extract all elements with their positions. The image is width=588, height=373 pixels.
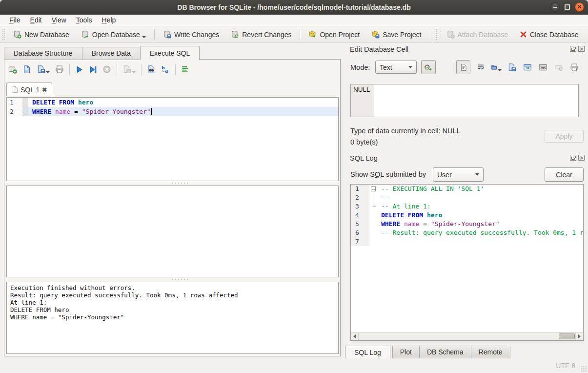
cell-toolbar	[456, 60, 584, 74]
write-changes-button[interactable]: Write Changes	[160, 29, 223, 40]
menu-help[interactable]: Help	[98, 15, 121, 26]
new-database-label: New Database	[24, 31, 69, 39]
sql1-tab[interactable]: SQL 1 ✖	[6, 83, 52, 96]
execution-message: Execution finished without errors. Resul…	[7, 282, 338, 323]
splitter-results-log[interactable]	[6, 277, 339, 281]
tab-sql-log[interactable]: SQL Log	[345, 346, 390, 360]
text-cursor	[151, 108, 152, 115]
format-sql-button[interactable]	[181, 65, 190, 74]
execution-message-pane[interactable]: Execution finished without errors. Resul…	[6, 282, 339, 354]
line-number: 2	[351, 193, 369, 202]
sql-log-filter-select[interactable]: User	[433, 167, 484, 182]
right-dock: Edit Database Cell Mode: Text ⚙	[345, 43, 588, 358]
toolbar-grip[interactable]	[2, 29, 5, 41]
close-dock-icon[interactable]	[578, 46, 585, 52]
set-null-icon	[554, 63, 563, 72]
save-sql-file-button[interactable]	[37, 65, 50, 74]
scroll-thumb[interactable]	[559, 333, 575, 339]
fold-marker-icon	[369, 202, 377, 211]
scroll-right-icon[interactable]	[575, 333, 583, 340]
resize-grip[interactable]	[581, 366, 587, 372]
open-sql-file-button[interactable]	[22, 65, 31, 74]
line-number: 5	[351, 220, 369, 228]
minimize-button[interactable]	[550, 2, 560, 12]
main-toolbar: New Database Open Database Write Changes…	[0, 26, 588, 43]
mode-select[interactable]: Text	[375, 61, 417, 74]
open-database-dropdown-icon[interactable]	[142, 36, 146, 38]
svg-text:a: a	[165, 68, 168, 74]
print-sql-button[interactable]	[55, 65, 64, 74]
sql-tab-bar: SQL 1 ✖	[6, 83, 52, 96]
cell-value-editor[interactable]: NULL	[350, 84, 579, 117]
sql-log-float-icon[interactable]	[570, 155, 576, 161]
tab-db-schema[interactable]: DB Schema	[420, 346, 471, 358]
encoding-indicator: UTF-8	[556, 362, 575, 370]
find-button[interactable]	[147, 65, 156, 74]
auto-apply-button[interactable]: ⚙	[421, 60, 436, 74]
fold-margin	[369, 220, 377, 228]
execute-icon	[75, 65, 83, 74]
tab-remote[interactable]: Remote	[471, 346, 510, 358]
scroll-left-icon[interactable]	[351, 333, 359, 340]
execute-all-button[interactable]	[75, 65, 83, 74]
mode-label: Mode:	[350, 63, 370, 71]
app-window: DB Browser for SQLite - /home/user/code/…	[0, 0, 588, 373]
new-sql-tab-button[interactable]	[8, 65, 17, 74]
replace-icon: ba	[161, 65, 170, 74]
menu-view[interactable]: View	[47, 15, 71, 26]
sql-editor[interactable]: 1DELETE FROM hero2WHERE name = "Spider-Y…	[6, 97, 339, 181]
clear-log-button[interactable]: Clear	[545, 167, 584, 182]
menu-file[interactable]: File	[5, 15, 25, 26]
text-mode-button[interactable]	[456, 60, 470, 74]
toolbar-grip-2[interactable]	[435, 29, 438, 41]
save-project-icon	[371, 30, 380, 39]
tab-plot[interactable]: Plot	[392, 346, 420, 358]
copy-link-button[interactable]	[538, 62, 548, 73]
save-results-button	[122, 65, 136, 74]
print-cell-button[interactable]	[569, 62, 580, 73]
import-cell-data-button[interactable]	[491, 62, 502, 73]
open-project-label: Open Project	[320, 31, 360, 39]
tab-execute-sql[interactable]: Execute SQL	[140, 46, 200, 60]
menu-tools[interactable]: Tools	[72, 15, 97, 26]
line-number: 7	[351, 237, 369, 246]
maximize-button[interactable]	[563, 2, 572, 12]
close-database-button[interactable]: Close Database	[516, 29, 582, 40]
save-sql-file-icon	[37, 65, 45, 74]
tab-browse-data[interactable]: Browse Data	[82, 47, 141, 60]
splitter-editor-results[interactable]	[6, 181, 339, 185]
replace-button[interactable]: ba	[161, 65, 170, 74]
sql-log-filter-label: Show SQL submitted by	[350, 170, 426, 178]
tab-database-structure[interactable]: Database Structure	[4, 47, 82, 60]
import-dropdown-icon[interactable]	[498, 69, 502, 71]
open-database-button[interactable]: Open Database	[78, 29, 149, 40]
sql-log-pane[interactable]: 1-- EXECUTING ALL IN 'SQL 1'2--3-- At li…	[350, 184, 584, 341]
cell-value: NULL	[353, 86, 370, 93]
revert-changes-button[interactable]: Revert Changes	[227, 29, 295, 40]
save-project-button[interactable]: Save Project	[368, 29, 425, 40]
editor-margin	[22, 107, 28, 116]
code-line: 7	[351, 237, 583, 246]
apply-button: Apply	[545, 130, 584, 143]
float-dock-icon[interactable]	[570, 46, 576, 52]
sql-log-hscrollbar[interactable]	[351, 332, 583, 340]
line-number: 1	[351, 185, 369, 193]
menu-edit[interactable]: Edit	[26, 15, 46, 26]
open-external-icon	[523, 63, 532, 72]
results-pane[interactable]	[6, 186, 339, 277]
sql1-tab-close-icon[interactable]: ✖	[42, 86, 47, 93]
sql-log-close-icon[interactable]	[578, 155, 585, 161]
set-null-button	[553, 62, 564, 73]
open-in-external-button[interactable]	[522, 62, 533, 73]
execute-line-button[interactable]	[89, 65, 97, 74]
save-sql-dropdown-icon[interactable]	[46, 71, 50, 73]
print-cell-icon	[570, 63, 579, 72]
close-button[interactable]: ✕	[575, 2, 584, 12]
open-project-button[interactable]: Open Project	[305, 29, 363, 40]
fold-margin	[369, 237, 377, 246]
code-line: 3-- At line 1:	[351, 202, 583, 211]
new-database-button[interactable]: New Database	[10, 29, 73, 40]
word-wrap-button[interactable]	[475, 62, 486, 73]
line-number: 6	[351, 228, 369, 237]
export-cell-data-button[interactable]	[507, 62, 517, 73]
